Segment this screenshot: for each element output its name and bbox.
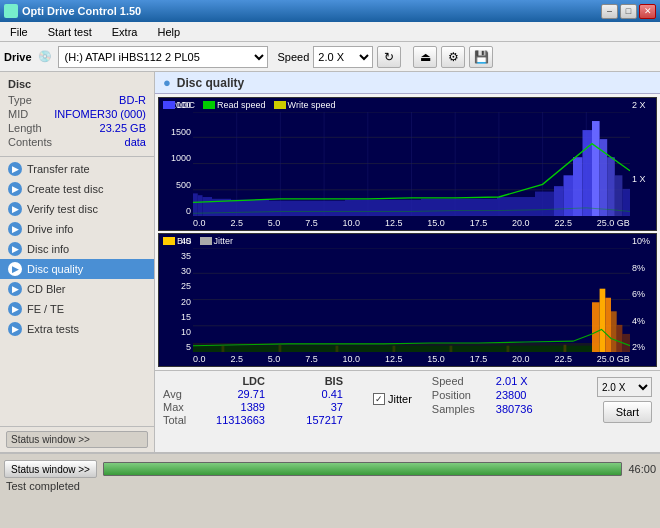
menu-start-test[interactable]: Start test [42, 25, 98, 39]
y-right-10pct: 10% [632, 236, 650, 246]
extra-tests-icon: ▶ [8, 322, 22, 336]
svg-rect-32 [622, 189, 630, 216]
jitter-checkbox-row[interactable]: ✓ Jitter [373, 393, 412, 405]
stats-max-row: Max 1389 37 [163, 401, 363, 413]
y-left-25: 25 [181, 281, 191, 291]
start-button[interactable]: Start [603, 401, 652, 423]
y-right-2pct: 2% [632, 342, 645, 352]
jitter-checkbox[interactable]: ✓ [373, 393, 385, 405]
speed-label: Speed [278, 51, 310, 63]
sidebar-item-create-test-disc[interactable]: ▶ Create test disc [0, 179, 154, 199]
chart1-x-axis: 0.0 2.5 5.0 7.5 10.0 12.5 15.0 17.5 20.0… [193, 216, 630, 230]
fe-te-icon: ▶ [8, 302, 22, 316]
disc-info-icon: ▶ [8, 242, 22, 256]
x-15: 15.0 [427, 218, 445, 228]
sidebar-item-cd-bler[interactable]: ▶ CD Bler [0, 279, 154, 299]
speed-select-small[interactable]: 2.0 X [597, 377, 652, 397]
y-left-1000: 1000 [171, 153, 191, 163]
sidebar-item-verify-test-disc[interactable]: ▶ Verify test disc [0, 199, 154, 219]
ldc-label: LDC [177, 100, 195, 110]
disc-mid-row: MID INFOMER30 (000) [8, 108, 146, 120]
speed-select[interactable]: 2.0 X [313, 46, 373, 68]
x2-10: 10.0 [343, 354, 361, 364]
bis-color [163, 237, 175, 245]
y-left-35: 35 [181, 251, 191, 261]
config-button[interactable]: ⚙ [441, 46, 465, 68]
stats-bis-header: BIS [273, 375, 343, 387]
sidebar-item-label: Create test disc [27, 183, 103, 195]
svg-rect-19 [269, 201, 345, 216]
menu-help[interactable]: Help [151, 25, 186, 39]
create-test-disc-icon: ▶ [8, 182, 22, 196]
minimize-button[interactable]: – [601, 4, 618, 19]
disc-type-row: Type BD-R [8, 94, 146, 106]
disc-length-value: 23.25 GB [100, 122, 146, 134]
stats-avg-bis: 0.41 [273, 388, 343, 400]
stats-avg-row: Avg 29.71 0.41 [163, 388, 363, 400]
maximize-button[interactable]: □ [620, 4, 637, 19]
samples-row: Samples 380736 [432, 403, 551, 415]
sidebar-item-fe-te[interactable]: ▶ FE / TE [0, 299, 154, 319]
disc-quality-icon: ▶ [8, 262, 22, 276]
status-window-button[interactable]: Status window >> [6, 431, 148, 448]
drive-select[interactable]: (H:) ATAPI iHBS112 2 PL05 [58, 46, 268, 68]
svg-rect-42 [605, 298, 611, 352]
bottom-status-area: Status window >> 46:00 Test completed [0, 452, 660, 498]
x2-25: 25.0 GB [597, 354, 630, 364]
close-button[interactable]: ✕ [639, 4, 656, 19]
verify-test-disc-icon: ▶ [8, 202, 22, 216]
chart1-legend: LDC Read speed Write speed [163, 100, 335, 110]
content-area: ● Disc quality LDC Read speed [155, 72, 660, 452]
x-12.5: 12.5 [385, 218, 403, 228]
status-window-bottom-button[interactable]: Status window >> [4, 460, 97, 478]
svg-rect-25 [564, 175, 574, 216]
y-left-15: 15 [181, 312, 191, 322]
svg-rect-47 [279, 345, 282, 352]
position-value: 23800 [496, 389, 551, 401]
sidebar-item-disc-quality[interactable]: ▶ Disc quality [0, 259, 154, 279]
stats-header-row: LDC BIS [163, 375, 363, 387]
disc-contents-label: Contents [8, 136, 52, 148]
x-5: 5.0 [268, 218, 281, 228]
sidebar-item-label: FE / TE [27, 303, 64, 315]
x-17.5: 17.5 [470, 218, 488, 228]
sidebar-item-drive-info[interactable]: ▶ Drive info [0, 219, 154, 239]
disc-mid-value: INFOMER30 (000) [54, 108, 146, 120]
read-speed-label: Read speed [217, 100, 266, 110]
stats-avg-label: Avg [163, 388, 203, 400]
menu-file[interactable]: File [4, 25, 34, 39]
svg-rect-27 [583, 130, 593, 216]
y-right-1x: 1 X [632, 174, 646, 184]
disc-info-section: Disc Type BD-R MID INFOMER30 (000) Lengt… [0, 72, 154, 154]
x2-22.5: 22.5 [554, 354, 572, 364]
sidebar-item-label: Verify test disc [27, 203, 98, 215]
write-speed-color [274, 101, 286, 109]
sidebar-item-label: Drive info [27, 223, 73, 235]
bis-label: BIS [177, 236, 192, 246]
svg-rect-20 [345, 200, 421, 216]
sidebar-item-transfer-rate[interactable]: ▶ Transfer rate [0, 159, 154, 179]
save-button[interactable]: 💾 [469, 46, 493, 68]
stats-total-row: Total 11313663 157217 [163, 414, 363, 426]
y-left-5: 5 [186, 342, 191, 352]
sidebar-item-disc-info[interactable]: ▶ Disc info [0, 239, 154, 259]
svg-rect-21 [421, 199, 497, 216]
y-right-4pct: 4% [632, 316, 645, 326]
sidebar-item-extra-tests[interactable]: ▶ Extra tests [0, 319, 154, 339]
disc-type-value: BD-R [119, 94, 146, 106]
stats-total-ldc: 11313663 [203, 414, 273, 426]
y-right-2x: 2 X [632, 100, 646, 110]
refresh-button[interactable]: ↻ [377, 46, 401, 68]
y-left-30: 30 [181, 266, 191, 276]
menu-extra[interactable]: Extra [106, 25, 144, 39]
chart2-x-axis: 0.0 2.5 5.0 7.5 10.0 12.5 15.0 17.5 20.0… [193, 352, 630, 366]
sidebar-item-label: Disc quality [27, 263, 83, 275]
eject-button[interactable]: ⏏ [413, 46, 437, 68]
disc-mid-label: MID [8, 108, 28, 120]
app-title: Opti Drive Control 1.50 [22, 5, 141, 17]
chart1-y-axis-right: 2 X 1 X [630, 98, 656, 216]
chart2-legend: BIS Jitter [163, 236, 233, 246]
x2-7.5: 7.5 [305, 354, 318, 364]
y-left-10: 10 [181, 327, 191, 337]
svg-rect-28 [592, 121, 600, 216]
